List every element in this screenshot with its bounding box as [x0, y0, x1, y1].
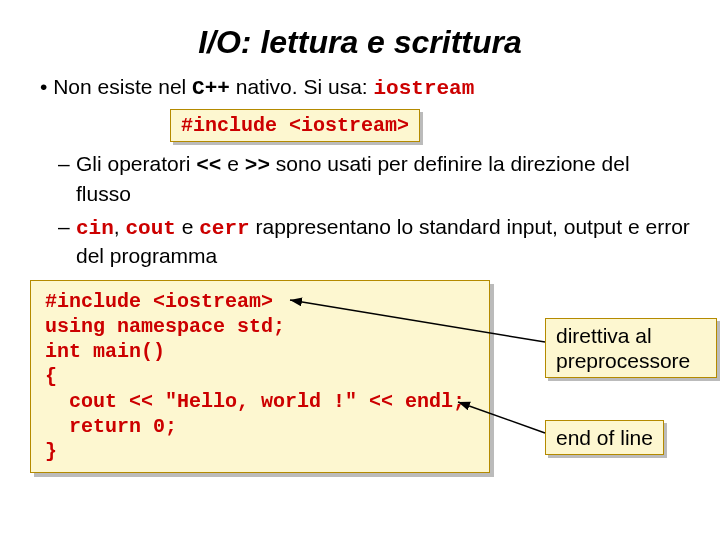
sub2-sep2: e [176, 215, 199, 238]
op-rshift: >> [245, 154, 270, 177]
bullet1-mid: nativo. Si usa: [230, 75, 374, 98]
code-l2: using namespace std; [45, 315, 285, 338]
code-l5: cout << "Hello, world !" << endl; [45, 390, 465, 413]
annotation-endl: end of line [545, 420, 664, 455]
cin-inline: cin [76, 217, 114, 240]
code-l7: } [45, 440, 57, 463]
bullet1-pre: Non esiste nel [53, 75, 192, 98]
iostream-inline: iostream [374, 77, 475, 100]
cerr-inline: cerr [199, 217, 249, 240]
sub-item-1: –Gli operatori << e >> sono usati per de… [76, 150, 690, 207]
include-box: #include <iostream> [170, 109, 420, 142]
annotation-preprocessor: direttiva al preprocessore [545, 318, 717, 378]
sub1-pre: Gli operatori [76, 152, 196, 175]
cout-inline: cout [125, 217, 175, 240]
code-l1: #include <iostream> [45, 290, 273, 313]
op-lshift: << [196, 154, 221, 177]
bullet-1: Non esiste nel C++ nativo. Si usa: iostr… [40, 73, 690, 103]
sub2-sep1: , [114, 215, 126, 238]
code-l3: int main() [45, 340, 165, 363]
code-block: #include <iostream> using namespace std;… [30, 280, 490, 473]
cpp-inline: C++ [192, 77, 230, 100]
code-block-wrap: #include <iostream> using namespace std;… [30, 280, 690, 473]
page-title: I/O: lettura e scrittura [30, 24, 690, 61]
code-l6: return 0; [45, 415, 177, 438]
sub1-mid: e [221, 152, 244, 175]
sub-item-2: –cin, cout e cerr rappresentano lo stand… [76, 213, 690, 270]
code-l4: { [45, 365, 57, 388]
